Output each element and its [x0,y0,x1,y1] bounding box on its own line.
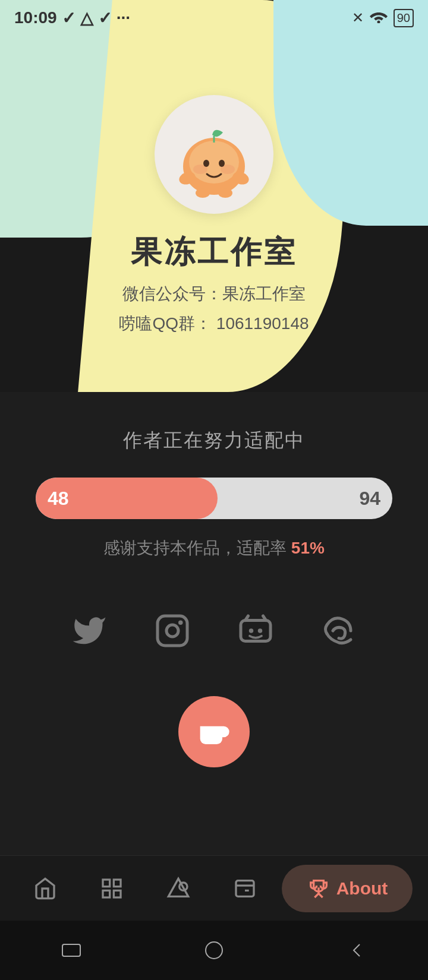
hero-section: 果冻工作室 微信公众号：果冻工作室 唠嗑QQ群： 1061190148 [0,0,428,392]
battery-level: 90 [397,11,410,25]
compat-pct: 51% [291,539,325,557]
battery-indicator: 90 [394,9,414,27]
check-icon: ✓ [62,8,75,28]
svg-point-0 [377,21,380,24]
progress-current: 48 [48,488,69,510]
bilibili-icon[interactable] [232,607,279,655]
progress-max: 94 [359,488,380,510]
square-nav-icon [59,941,83,959]
svg-rect-23 [103,880,110,887]
svg-point-5 [203,160,209,167]
circle-nav-icon [202,938,226,962]
studio-name: 果冻工作室 [131,232,297,273]
x-icon: ✕ [352,10,364,26]
svg-rect-26 [114,890,121,897]
home-icon [33,877,57,900]
coffee-icon [197,715,231,748]
status-left: 10:09 ✓ △ ✓ ··· [14,8,130,28]
progress-bar-fill: 48 [36,478,218,519]
nav-item-grid[interactable] [82,865,141,912]
svg-rect-32 [62,944,80,956]
status-time: 10:09 [14,8,57,27]
svg-rect-25 [103,890,110,897]
grid-icon [100,877,124,900]
svg-point-19 [258,628,263,633]
card-icon [233,877,257,900]
about-label: About [336,878,388,899]
shapes-icon [166,877,190,900]
thanks-text: 感谢支持本作品，适配率 51% [0,537,428,559]
wechat-info: 微信公众号：果冻工作室 [119,279,309,309]
compat-title: 作者正在努力适配中 [0,392,428,454]
svg-point-18 [249,628,254,633]
studio-info: 微信公众号：果冻工作室 唠嗑QQ群： 1061190148 [119,279,309,339]
nav-item-home[interactable] [15,865,75,912]
status-bar: 10:09 ✓ △ ✓ ··· ✕ 90 [0,0,428,36]
svg-point-14 [178,621,183,625]
svg-rect-12 [158,616,187,646]
twitter-icon[interactable] [65,607,113,655]
sys-nav-circle[interactable] [196,932,232,968]
progress-container: 48 94 [36,478,392,519]
progress-bar-bg: 48 [36,478,392,519]
status-right: ✕ 90 [352,9,414,27]
jelly-character [169,110,259,199]
svg-marker-27 [168,878,188,896]
svg-point-6 [219,160,225,167]
trophy-icon [307,877,331,900]
back-nav-icon [348,938,366,962]
svg-rect-24 [114,880,121,887]
donate-button[interactable] [178,696,250,767]
sys-nav-square[interactable] [54,932,89,968]
wifi-icon [370,9,388,27]
svg-point-13 [166,625,178,637]
coolapk-icon[interactable] [315,607,363,655]
svg-point-33 [206,942,222,959]
thanks-prefix: 感谢支持本作品，适配率 [103,539,291,557]
sys-nav-back[interactable] [339,932,374,968]
social-icons [0,607,428,655]
nav-item-shapes[interactable] [149,865,208,912]
svg-point-11 [218,188,232,198]
bottom-nav: About [0,855,428,921]
instagram-icon[interactable] [149,607,196,655]
nav-item-about[interactable]: About [282,865,413,912]
avatar [155,95,273,214]
qq-info: 唠嗑QQ群： 1061190148 [119,309,309,339]
more-icon: ··· [117,8,130,27]
cloud-icon: △ [80,8,93,28]
svg-point-10 [196,188,210,198]
system-nav-bar [0,921,428,980]
check2-icon: ✓ [98,8,112,28]
svg-rect-29 [236,880,254,896]
dark-section: 作者正在努力适配中 48 94 感谢支持本作品，适配率 51% [0,392,428,909]
nav-item-card[interactable] [215,865,275,912]
